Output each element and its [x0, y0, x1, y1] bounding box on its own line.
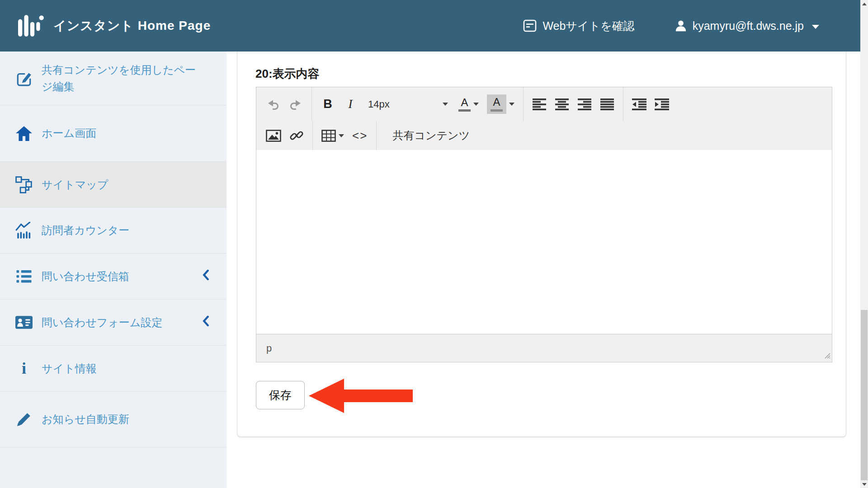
check-website-label: Webサイトを確認: [542, 19, 634, 33]
toolbar-separator: [312, 121, 313, 150]
font-size-select[interactable]: 14px: [362, 93, 454, 116]
sidebar-item-sitemap[interactable]: サイトマップ: [0, 162, 226, 208]
editor-content-area[interactable]: [256, 150, 832, 334]
table-icon: [321, 130, 336, 142]
home-icon: [14, 125, 34, 141]
user-icon: [675, 19, 687, 32]
table-button[interactable]: [317, 124, 348, 147]
redo-icon: [289, 99, 302, 110]
sidebar-item-inquiry-form-settings[interactable]: 問い合わせフォーム設定: [0, 300, 226, 346]
image-icon: [266, 130, 281, 142]
sidebar-nav: 共有コンテンツを使用したページ編集 ホーム画面 サイトマップ: [0, 52, 226, 488]
user-menu[interactable]: kyamyru@ft.dws.ne.jp: [675, 19, 819, 33]
sidebar-item-visitor-counter[interactable]: 訪問者カウンター: [0, 208, 226, 253]
sidebar-item-shared-content-page-edit[interactable]: 共有コンテンツを使用したページ編集: [0, 52, 226, 105]
content-card: 20:表示内容 B I: [237, 52, 846, 437]
sidebar-item-label: 問い合わせフォーム設定: [42, 314, 162, 331]
align-left-button[interactable]: [528, 93, 551, 116]
element-path: p: [266, 343, 272, 354]
visitor-counter-icon: [14, 222, 34, 239]
save-button[interactable]: 保存: [256, 381, 305, 409]
editor-status-bar: p: [256, 334, 832, 362]
redo-button[interactable]: [284, 93, 307, 116]
insert-link-button[interactable]: [285, 124, 308, 147]
link-icon: [289, 128, 304, 143]
inquiry-inbox-icon: [14, 269, 34, 284]
logo-mark-icon: [18, 15, 46, 37]
sidebar-item-label: 問い合わせ受信箱: [42, 268, 129, 285]
caret-down-icon: [473, 103, 479, 106]
caret-down-icon: [509, 103, 514, 106]
align-justify-icon: [600, 99, 614, 110]
align-justify-button[interactable]: [596, 93, 618, 116]
bold-button[interactable]: B: [316, 93, 339, 116]
align-center-button[interactable]: [551, 93, 573, 116]
indent-button[interactable]: [651, 93, 673, 116]
sidebar-item-label: サイトマップ: [42, 176, 108, 193]
editor-toolbar-row1: B I 14px A A: [256, 87, 832, 121]
chevron-left-icon[interactable]: [203, 314, 209, 331]
app-header: インスタント Home Page Webサイトを確認 kyamyru@ft.dw…: [0, 0, 868, 52]
source-code-button[interactable]: <>: [348, 124, 372, 147]
caret-down-icon: [339, 134, 344, 137]
news-auto-update-icon: [14, 411, 34, 427]
align-left-icon: [533, 99, 546, 110]
sidebar-item-label: サイト情報: [42, 360, 97, 377]
caret-down-icon: [443, 103, 448, 106]
site-info-icon: i: [14, 356, 34, 381]
sidebar-item-site-info[interactable]: i サイト情報: [0, 346, 226, 392]
background-color-button[interactable]: A: [483, 93, 519, 116]
caret-down-icon: [812, 25, 819, 29]
page-edit-icon: [14, 70, 34, 87]
align-right-button[interactable]: [573, 93, 596, 116]
scrollbar-up-arrow[interactable]: [860, 0, 868, 8]
sidebar-item-label: お知らせ自動更新: [42, 411, 129, 427]
scrollbar-down-arrow[interactable]: [860, 480, 868, 488]
font-size-value: 14px: [368, 99, 390, 110]
align-center-icon: [555, 99, 569, 110]
background-color-icon: A: [487, 94, 506, 113]
logo-text: インスタント Home Page: [53, 17, 211, 34]
website-icon: [523, 19, 537, 33]
sidebar-item-inquiry-inbox[interactable]: 問い合わせ受信箱: [0, 253, 226, 300]
app-logo[interactable]: インスタント Home Page: [18, 15, 211, 37]
text-color-icon: A: [458, 97, 471, 112]
editor-toolbar-row2: <> 共有コンテンツ: [256, 121, 832, 150]
red-arrow-annotation: [308, 377, 415, 414]
sidebar-item-label: 訪問者カウンター: [42, 222, 129, 239]
section-title: 20:表示内容: [255, 66, 320, 82]
rich-text-editor: B I 14px A A: [256, 87, 832, 362]
toolbar-separator: [623, 87, 623, 121]
outdent-icon: [632, 99, 646, 110]
page-scrollbar: [860, 0, 868, 488]
sidebar-item-label: 共有コンテンツを使用したページ編集: [42, 61, 198, 95]
outdent-button[interactable]: [628, 93, 651, 116]
sidebar-item-news-auto-update[interactable]: お知らせ自動更新: [0, 392, 226, 447]
user-email: kyamyru@ft.dws.ne.jp: [693, 19, 804, 33]
sidebar-item-label: ホーム画面: [42, 125, 96, 141]
text-color-button[interactable]: A: [454, 93, 483, 116]
resize-grip[interactable]: [824, 352, 830, 361]
indent-icon: [655, 99, 669, 110]
sitemap-icon: [14, 176, 34, 193]
undo-icon: [267, 99, 279, 110]
toolbar-separator: [311, 87, 312, 121]
inquiry-form-icon: [14, 316, 34, 329]
check-website-link[interactable]: Webサイトを確認: [523, 19, 634, 33]
chevron-left-icon[interactable]: [203, 268, 209, 285]
toolbar-separator: [376, 121, 377, 150]
sidebar-item-home[interactable]: ホーム画面: [0, 105, 226, 162]
align-right-icon: [578, 99, 591, 110]
italic-button[interactable]: I: [339, 93, 362, 116]
undo-button[interactable]: [262, 93, 284, 116]
insert-image-button[interactable]: [262, 124, 285, 147]
toolbar-separator: [523, 87, 524, 121]
scrollbar-thumb[interactable]: [861, 310, 868, 480]
shared-content-button[interactable]: 共有コンテンツ: [381, 124, 481, 147]
